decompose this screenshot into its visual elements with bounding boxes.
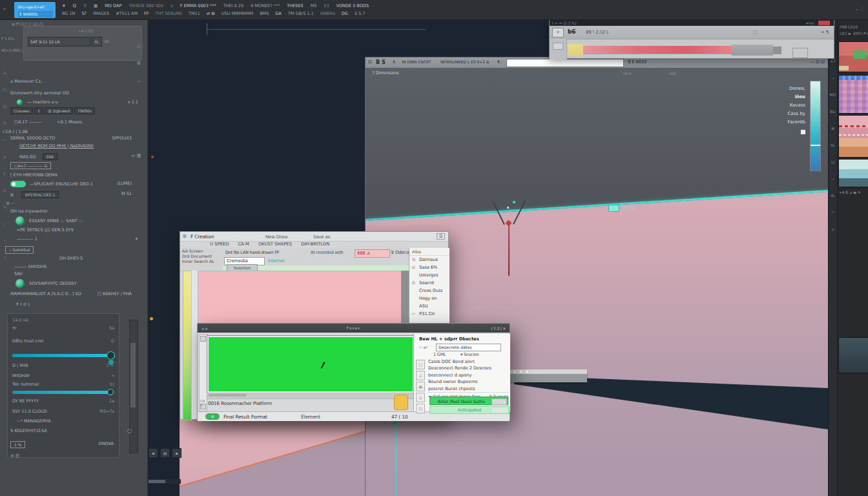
toolbar-item[interactable]: S?	[81, 11, 87, 16]
material-thumbnail[interactable]	[838, 41, 868, 72]
toolbar-overflow-icon[interactable]: ⌄ ⋮	[855, 6, 865, 12]
edge-icon[interactable]: 1·	[1, 165, 9, 182]
toolbar-item[interactable]: TAYBUE 000 000	[129, 3, 163, 8]
toolbar-item[interactable]: GA	[275, 11, 281, 16]
scroll-up-box[interactable]	[200, 336, 206, 342]
panel-icon[interactable]: ⌸	[416, 393, 425, 402]
tool-doodles[interactable]: ✛ ( ⊙ |	[16, 302, 30, 307]
dialog-window-controls[interactable]: ( 7.3 | ✕	[491, 326, 506, 331]
segment-button[interactable]: 1	[34, 107, 43, 114]
active-tool-button[interactable]: Bru+gest+ell E BABB6L ·	[14, 2, 56, 18]
mini-scrollbar-thumb[interactable]	[149, 480, 165, 483]
toolbar-item[interactable]: THEI 8.2S	[223, 3, 243, 8]
toolbar-item[interactable]: S 5.7	[355, 11, 366, 16]
toolbar-item[interactable]: MO OAP	[105, 3, 121, 8]
gradient-window-titlebar[interactable]: + b6 89 ¹ 2:12 L □ ˙ = ¶	[550, 26, 834, 39]
icon[interactable]: ⌖	[112, 373, 114, 378]
toolbar-item[interactable]: ♦	[62, 3, 66, 8]
gizmo-green-handle[interactable]	[513, 201, 515, 203]
ramp-marker[interactable]	[811, 145, 820, 146]
slider-1[interactable]	[12, 354, 110, 357]
menu-option[interactable]: Si Dalmaus	[409, 256, 450, 264]
segment-button[interactable]: Craswes	[10, 107, 33, 114]
toolbar-item[interactable]: IMAGES	[93, 11, 109, 16]
selected-row-primary[interactable]: Billet /Rest Need Suttle	[429, 397, 508, 405]
toolbar-item[interactable]: 4 MONEE? ***	[251, 3, 280, 8]
menu-item[interactable]: CA-M	[238, 242, 249, 247]
scrollbar-thumb[interactable]	[130, 343, 136, 408]
dialog-titlebar[interactable]: ▪ ▪ Foxes ( 7.3 | ✕	[198, 324, 510, 333]
dialog-tab-newdraw[interactable]: New Draw	[265, 234, 287, 240]
menu-option[interactable]: ASU	[409, 302, 450, 310]
gizmo-red-axis[interactable]	[508, 224, 510, 276]
toolbar-item[interactable]: E3	[324, 3, 329, 8]
vertical-color-ramp[interactable]	[183, 271, 192, 420]
outlined-field[interactable]: 1 %	[10, 441, 25, 448]
swatch-box[interactable]	[553, 43, 563, 50]
dock-bottom-icons[interactable]: +4.8 ⊿ ◉ ✎	[839, 190, 861, 194]
toolbar-item[interactable]: VONDE 5 BOOS	[336, 3, 369, 8]
side-label[interactable]: Drd Document	[182, 254, 214, 259]
toolbar-item[interactable]: MS	[311, 3, 317, 8]
menu-option[interactable]: ⌐ P31.CH	[409, 310, 450, 318]
gray-slab-object[interactable]	[510, 369, 587, 382]
icon[interactable]: ✳	[135, 236, 138, 242]
toolbar-item[interactable]: Q	[73, 3, 76, 8]
toolbar-item[interactable]: BMS	[260, 11, 269, 16]
slider-2[interactable]	[12, 391, 110, 394]
toggle-on-icon[interactable]	[16, 279, 25, 288]
close-button[interactable]	[818, 21, 830, 25]
window-controls[interactable]: — ⊡ s⟩	[811, 59, 825, 65]
selected-row-secondary[interactable]: Anticipated	[429, 406, 510, 414]
material-thumbnail[interactable]	[838, 115, 868, 158]
panel-icons[interactable]: ⑤ ☷	[10, 453, 19, 459]
gizmo-teal-handle[interactable]	[507, 207, 509, 209]
row-icons[interactable]: ▭ 强	[131, 153, 141, 159]
value-field[interactable]: 006	[43, 153, 57, 160]
pink-image-preview[interactable]	[198, 271, 402, 325]
scroll-icon[interactable]: △	[134, 37, 143, 55]
vertical-gradient-ramp[interactable]	[810, 81, 821, 171]
viewport-tool-icon[interactable]: ▤	[160, 448, 170, 458]
dialog-titlebar[interactable]: ⊞ F Creation New Draw Save as D	[180, 232, 448, 242]
toggle-on-icon[interactable]	[16, 216, 25, 225]
option-row[interactable]: Calob DOC Bend alert	[428, 358, 508, 365]
menu-option[interactable]: Hogy on	[409, 294, 450, 302]
side-label[interactable]: AA Screen	[182, 249, 214, 254]
dock-icon[interactable]: ⊠	[829, 120, 837, 137]
toggle-on-icon[interactable]	[17, 99, 23, 105]
material-thumbnail[interactable]	[838, 337, 868, 373]
dock-icon[interactable]: —	[829, 70, 837, 87]
gradient-option-box[interactable]	[792, 48, 808, 58]
refresh-icon[interactable]: ⟲	[12, 326, 16, 331]
outlined-button[interactable]: □A+7 ———— G	[10, 162, 51, 169]
mini-scrollbar[interactable]	[147, 479, 181, 484]
menu-option[interactable]: Uoterges	[409, 271, 450, 279]
dock-icon[interactable]: 5L	[829, 137, 837, 154]
edge-icon[interactable]: ⟟	[1, 216, 9, 232]
scrollbar-thumb[interactable]	[209, 394, 246, 397]
dock-icon[interactable]: —	[829, 170, 837, 187]
menu-option[interactable]: D Sasa 6%	[409, 264, 450, 271]
window-menu-box[interactable]: +	[552, 28, 564, 37]
menu-option[interactable]: Creos Outs	[409, 287, 450, 294]
window-controls[interactable]: ˙ = ¶	[818, 30, 829, 35]
pill-toggle[interactable]	[10, 181, 26, 187]
material-thumbnail[interactable]	[838, 75, 868, 114]
panel-icon[interactable]: ▢	[416, 360, 425, 369]
toolbar-item[interactable]: TM GB/S 1.1	[288, 11, 314, 16]
dock-icon[interactable]: LJ	[829, 154, 837, 170]
menu-item[interactable]: OKUST SHAPES	[258, 242, 292, 247]
window-mid-icon[interactable]: □	[753, 30, 757, 35]
scroll-icon[interactable]: ⚙	[134, 55, 143, 72]
text-field[interactable]: SAT 9:11 12 LR	[28, 37, 90, 46]
viewport-tool-icon[interactable]: ▪	[149, 448, 158, 458]
menu-item[interactable]: U SPEED	[210, 242, 229, 247]
window-icon[interactable]: ⊡	[368, 59, 372, 65]
small-field[interactable]: 4L	[91, 37, 102, 46]
lambda-icon[interactable]: λ	[393, 59, 395, 65]
toolbar-label-3[interactable]: ⊻ Odeca	[391, 250, 409, 255]
horizontal-scrollbar[interactable]	[207, 393, 415, 399]
highlighted-field[interactable]: 888 ⊿	[355, 249, 390, 258]
menu-option[interactable]: O Soacrd	[409, 279, 450, 287]
